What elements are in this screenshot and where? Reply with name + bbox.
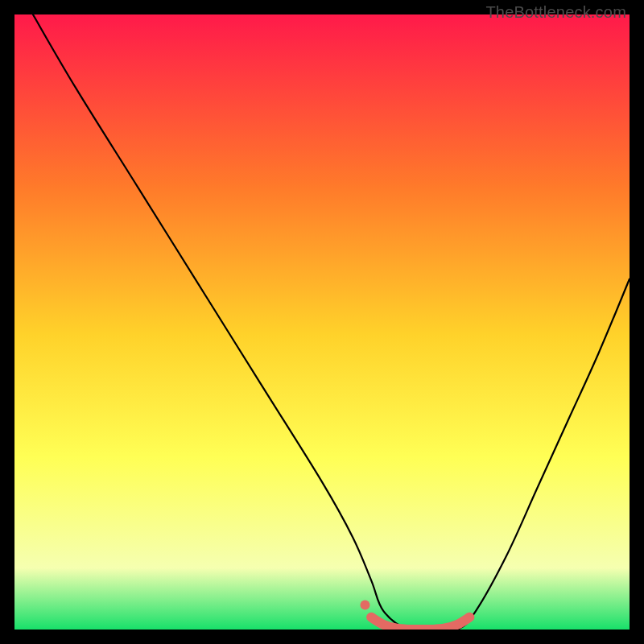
chart-frame: TheBottleneck.com (0, 0, 644, 644)
chart-plot-area (14, 14, 630, 630)
chart-svg (14, 14, 630, 630)
optimal-start-dot (360, 600, 369, 609)
gradient-background (14, 14, 630, 630)
